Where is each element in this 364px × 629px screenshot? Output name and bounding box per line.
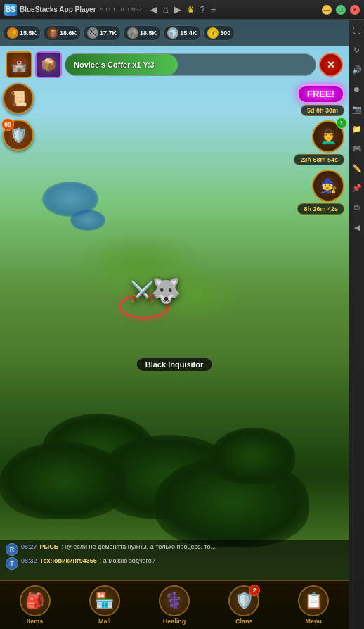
menu-icon: 📋 bbox=[304, 592, 323, 610]
chest-bar: 🏰 📦 Novice's Coffer x1 Y:3 ✕ bbox=[0, 49, 349, 80]
bs-back-icon[interactable]: ◀ bbox=[150, 4, 157, 15]
gold-value: 300 bbox=[220, 30, 230, 37]
wood-resource[interactable]: 🪵 18.6K bbox=[43, 25, 81, 41]
mall-icon: 🏪 bbox=[95, 592, 114, 610]
bs-window-controls: — □ ✕ bbox=[322, 5, 360, 15]
chat-time-2: 08:32 bbox=[21, 557, 37, 564]
entity-label: Black Inquisitor bbox=[136, 357, 213, 371]
bs-side-record-icon[interactable]: ⏺ bbox=[351, 83, 363, 96]
nav-icon-menu: 📋 bbox=[298, 585, 329, 616]
bs-nav-icons: ◀ ⌂ ▶ ♛ ? ≡ bbox=[150, 4, 216, 15]
silver-resource[interactable]: 💎 15.4K bbox=[163, 25, 201, 41]
silver-icon: 💎 bbox=[167, 27, 178, 39]
resource-bar: 🌾 15.5K 🪵 18.6K ⛏ 17.7K 🪨 18.5K 💎 15.4K … bbox=[0, 20, 349, 46]
chat-avatar-1: R bbox=[6, 543, 18, 556]
nav-item-healing[interactable]: ⚕️ Healing bbox=[153, 584, 195, 626]
chest-close-button[interactable]: ✕ bbox=[319, 53, 343, 77]
nav-item-items[interactable]: 🎒 Items bbox=[14, 584, 56, 626]
bs-side-folder-icon[interactable]: 📁 bbox=[351, 122, 363, 135]
bs-home-icon[interactable]: ⌂ bbox=[163, 4, 169, 15]
chat-row-2: Т 08:32 Техновикинг94356 : а можно зодче… bbox=[6, 557, 343, 570]
food-resource[interactable]: 🌾 15.5K bbox=[3, 25, 41, 41]
timer3-value: 8h 26m 42s bbox=[297, 203, 344, 215]
nav-label-items: Items bbox=[27, 618, 44, 625]
castle-icon-button[interactable]: 🏰 bbox=[6, 51, 32, 78]
hero-level-badge: 99 bbox=[1, 118, 14, 131]
forest-5 bbox=[211, 428, 295, 484]
bs-side-camera-icon[interactable]: 📷 bbox=[351, 103, 363, 115]
nav-label-healing: Healing bbox=[163, 618, 186, 625]
bluestacks-topbar: BS BlueStacks App Player 5.11.1.1001 N32… bbox=[0, 0, 364, 20]
food-value: 15.5K bbox=[20, 30, 37, 37]
chat-area: R 08:27 РыСЬ : ну если не демонята нужны… bbox=[0, 540, 349, 580]
nav-item-clans[interactable]: 2 🛡️ Clans bbox=[223, 584, 265, 626]
chest-progress-bar[interactable]: Novice's Coffer x1 Y:3 bbox=[65, 53, 316, 76]
app-frame: BS BlueStacks App Player 5.11.1.1001 N32… bbox=[0, 0, 364, 629]
timer2-value: 23h 58m 54s bbox=[294, 154, 344, 165]
enemy-character[interactable]: 🐺 bbox=[151, 277, 181, 305]
chat-name-2: Техновикинг94356 bbox=[40, 557, 97, 564]
hero-icon-button[interactable]: 99 🛡️ bbox=[3, 120, 34, 151]
envelope-icon-button[interactable]: 📦 bbox=[35, 51, 62, 78]
timer3-wrap: 🧙 8h 26m 42s bbox=[297, 170, 344, 215]
timer-area: FREE! 5d 0h 30m 👨‍🦱 1 23h 58m 54s 🧙 bbox=[294, 84, 344, 215]
bs-side-gamepad-icon[interactable]: 🎮 bbox=[351, 142, 363, 155]
chat-msg-1: : ну если не демонята нужны, а только пр… bbox=[61, 543, 216, 550]
forest-3 bbox=[0, 442, 126, 519]
bs-side-shake-icon[interactable]: ✏️ bbox=[351, 162, 363, 174]
clans-badge: 2 bbox=[249, 585, 260, 596]
chat-avatar-2: Т bbox=[6, 557, 18, 570]
wood-icon: 🪵 bbox=[47, 27, 58, 39]
timer2-badge: 1 bbox=[336, 117, 347, 129]
bs-side-volume-icon[interactable]: 🔊 bbox=[351, 63, 363, 76]
silver-value: 15.4K bbox=[180, 30, 197, 37]
chat-row-1: R 08:27 РыСЬ : ну если не демонята нужны… bbox=[6, 543, 343, 556]
wood-value: 18.6K bbox=[60, 30, 77, 37]
bs-question-icon[interactable]: ? bbox=[200, 4, 205, 15]
minimize-button[interactable]: — bbox=[322, 5, 332, 15]
nav-icon-items: 🎒 bbox=[20, 585, 51, 616]
nav-icon-healing: ⚕️ bbox=[159, 585, 190, 616]
bs-forward-icon[interactable]: ▶ bbox=[174, 4, 181, 15]
map-icon-button[interactable]: 📜 bbox=[3, 83, 34, 114]
close-button[interactable]: ✕ bbox=[350, 5, 360, 15]
bottom-nav: 🎒 Items 🏪 Mall ⚕️ Healing 2 🛡️ bbox=[0, 580, 349, 629]
bs-side-expand-icon[interactable]: ⛶ bbox=[351, 24, 363, 37]
free-offer-button[interactable]: FREE! bbox=[297, 84, 344, 103]
bs-side-rotate-icon[interactable]: ↻ bbox=[351, 44, 363, 56]
chat-time-1: 08:27 bbox=[21, 543, 37, 550]
stone2-resource[interactable]: 🪨 18.5K bbox=[123, 25, 161, 41]
bs-logo: BS BlueStacks App Player 5.11.1.1001 N32 bbox=[4, 4, 142, 16]
healing-icon: ⚕️ bbox=[164, 592, 183, 610]
bs-menu-icon[interactable]: ≡ bbox=[211, 4, 216, 15]
timer-item-3: 🧙 8h 26m 42s bbox=[294, 170, 344, 215]
free-offer-row: FREE! 5d 0h 30m bbox=[294, 84, 344, 116]
stone2-icon: 🪨 bbox=[127, 27, 138, 39]
game-area: 🌾 15.5K 🪵 18.6K ⛏ 17.7K 🪨 18.5K 💎 15.4K … bbox=[0, 20, 349, 629]
free-offer-timer: 5d 0h 30m bbox=[301, 105, 344, 116]
items-icon: 🎒 bbox=[25, 592, 44, 610]
nav-icon-mall: 🏪 bbox=[89, 585, 120, 616]
nav-label-menu: Menu bbox=[306, 618, 323, 625]
chest-label: Novice's Coffer x1 Y:3 bbox=[74, 61, 155, 69]
nav-label-clans: Clans bbox=[235, 618, 253, 625]
bs-right-sidebar: ⛶ ↻ 🔊 ⏺ 📷 📁 🎮 ✏️ 📌 ⧉ ◀ bbox=[349, 20, 364, 629]
nav-item-menu[interactable]: 📋 Menu bbox=[292, 584, 334, 626]
gold-resource[interactable]: 💰 300 bbox=[203, 25, 235, 41]
timer-item-2: 👨‍🦱 1 23h 58m 54s bbox=[294, 120, 344, 165]
nav-item-mall[interactable]: 🏪 Mall bbox=[84, 584, 126, 626]
maximize-button[interactable]: □ bbox=[336, 5, 346, 15]
bs-side-pin-icon[interactable]: 📌 bbox=[351, 182, 363, 194]
nav-icon-clans: 2 🛡️ bbox=[228, 585, 259, 616]
free-offer-wrap: FREE! 5d 0h 30m bbox=[297, 84, 344, 116]
food-icon: 🌾 bbox=[7, 27, 18, 39]
timer2-wrap: 👨‍🦱 1 23h 58m 54s bbox=[294, 120, 344, 165]
bs-logo-icon: BS bbox=[4, 4, 17, 16]
bs-side-layers-icon[interactable]: ⧉ bbox=[351, 201, 363, 214]
timer3-icon[interactable]: 🧙 bbox=[312, 170, 344, 202]
left-side-icons: 📜 99 🛡️ bbox=[3, 83, 34, 151]
bs-side-arrow-icon[interactable]: ◀ bbox=[351, 221, 363, 234]
bs-crown-icon[interactable]: ♛ bbox=[187, 5, 195, 15]
chat-msg-2: : а можно зодчего? bbox=[100, 557, 155, 564]
stone1-resource[interactable]: ⛏ 17.7K bbox=[83, 25, 121, 41]
